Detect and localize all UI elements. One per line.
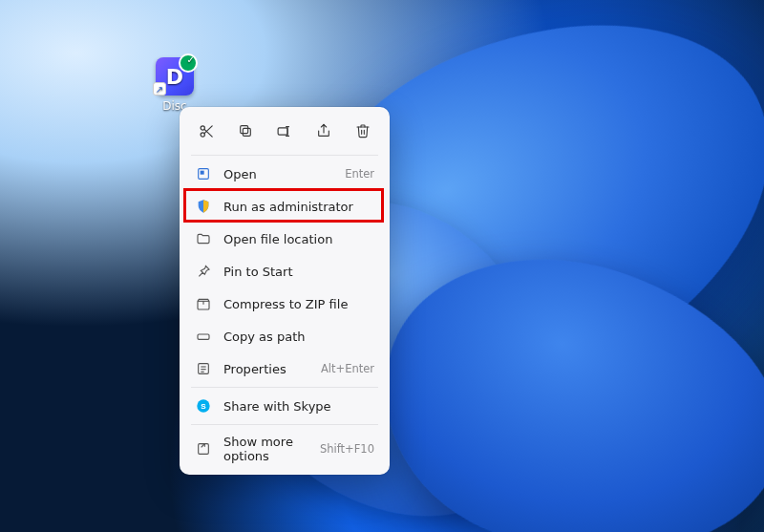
menu-item-copy-as-path[interactable]: Copy as path [185,320,384,352]
divider [191,424,378,425]
pin-icon [195,263,212,280]
share-icon [316,123,331,138]
menu-item-label: Show more options [223,435,310,463]
copy-icon [238,123,253,138]
rename-icon [276,123,292,139]
more-options-icon [195,440,212,458]
menu-item-label: Open [223,167,335,181]
menu-item-run-as-administrator[interactable]: Run as administrator [185,190,384,223]
folder-icon [195,230,212,247]
properties-icon [195,360,212,377]
skype-icon: S [195,397,212,415]
svg-rect-4 [244,128,251,136]
menu-item-compress-zip[interactable]: Compress to ZIP file [185,287,384,320]
delete-button[interactable] [349,117,377,145]
shortcut-overlay-icon: ↗ [153,82,166,96]
svg-text:S: S [201,402,206,411]
svg-rect-9 [201,171,204,175]
scissors-icon [199,123,215,139]
cut-button[interactable] [192,117,221,145]
divider [191,155,378,156]
svg-rect-12 [198,334,209,339]
menu-item-open-file-location[interactable]: Open file location [185,223,384,255]
menu-item-share-skype[interactable]: S Share with Skype [185,390,384,422]
menu-item-label: Share with Skype [223,399,365,414]
copy-button[interactable] [231,117,260,145]
menu-item-label: Properties [223,362,311,376]
rename-button[interactable] [270,117,299,145]
menu-item-show-more[interactable]: Show more options Shift+F10 [185,427,384,471]
menu-item-label: Compress to ZIP file [223,297,365,311]
svg-rect-5 [241,126,248,134]
share-button[interactable] [309,117,338,145]
menu-item-open[interactable]: Open Enter [185,158,384,190]
menu-item-label: Copy as path [223,330,365,344]
menu-item-shortcut: Shift+F10 [320,442,374,456]
open-icon [195,165,212,182]
menu-item-pin-to-start[interactable]: Pin to Start [185,255,384,287]
context-menu-toolbar [183,113,386,153]
menu-item-properties[interactable]: Properties Alt+Enter [185,352,384,385]
discord-shortcut[interactable]: D ↗ Disc [143,57,206,113]
svg-rect-6 [279,127,288,134]
path-icon [195,328,212,345]
menu-item-label: Run as administrator [223,200,365,214]
menu-item-label: Pin to Start [223,265,365,279]
menu-item-shortcut: Enter [345,167,374,181]
context-menu: Open Enter Run as administrator Open fil… [180,107,390,475]
menu-item-shortcut: Alt+Enter [321,362,374,375]
discord-glyph: D [166,65,183,89]
zip-icon [195,295,212,312]
shield-icon [195,198,212,215]
desktop: D ↗ Disc [0,0,764,532]
divider [191,387,378,388]
menu-item-label: Open file location [223,232,365,246]
trash-icon [355,123,371,138]
